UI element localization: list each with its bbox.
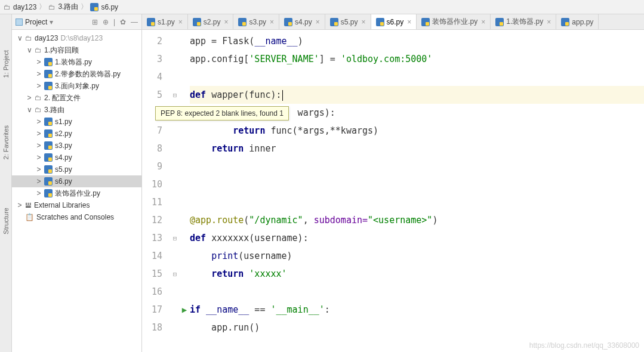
fold-toggle[interactable]: ⊟ [171, 86, 179, 104]
breadcrumb-item[interactable]: s6.py [90, 3, 118, 11]
code-line[interactable] [190, 68, 644, 86]
tree-row[interactable]: ∨🗀3.路由 [12, 104, 141, 116]
code-line[interactable]: def xxxxxxx(username): [190, 229, 644, 247]
fold-toggle[interactable] [171, 140, 179, 158]
run-gutter[interactable]: ▶ [179, 30, 190, 352]
fold-toggle[interactable] [171, 301, 179, 319]
tree-row[interactable]: 📋Scratches and Consoles [12, 211, 141, 223]
fold-toggle[interactable] [171, 122, 179, 140]
chevron-icon[interactable]: ∨ [26, 106, 32, 114]
code-line[interactable] [190, 175, 644, 193]
chevron-icon[interactable]: > [36, 189, 42, 197]
editor-tab[interactable]: s6.py× [371, 14, 417, 30]
chevron-icon[interactable]: > [26, 94, 32, 102]
breadcrumb-item[interactable]: 🗀3.路由 [48, 2, 78, 12]
close-icon[interactable]: × [362, 18, 366, 26]
run-icon[interactable]: ▶ [182, 305, 187, 314]
close-icon[interactable]: × [270, 18, 274, 26]
chevron-icon[interactable]: > [36, 58, 42, 66]
fold-gutter[interactable]: ⊟⊟⊟⊟ [171, 30, 179, 352]
code-line[interactable]: app.run() [190, 319, 644, 336]
code-line[interactable]: def wapper(func): [190, 86, 644, 104]
tree-row[interactable]: >s2.py [12, 128, 141, 140]
fold-toggle[interactable]: ⊟ [171, 265, 179, 283]
code-content[interactable]: app = Flask(__name__)app.config['SERVER_… [190, 30, 644, 352]
tree-row[interactable]: >s5.py [12, 163, 141, 175]
close-icon[interactable]: × [407, 18, 411, 26]
fold-toggle[interactable] [171, 32, 179, 50]
panel-tool-button[interactable]: ✿ [120, 18, 126, 26]
code-line[interactable]: return 'xxxxx' [190, 265, 644, 283]
project-tree[interactable]: ∨🗀day123 D:\s8\day123∨🗀1.内容回顾>1.装饰器.py>2… [12, 30, 141, 226]
tree-row[interactable]: >s3.py [12, 140, 141, 152]
chevron-icon[interactable]: > [36, 141, 42, 150]
code-line[interactable]: print(username) [190, 247, 644, 265]
editor-tab[interactable]: app.py [556, 14, 599, 29]
tree-row[interactable]: ∨🗀1.内容回顾 [12, 44, 141, 56]
code-line[interactable]: return inner [190, 140, 644, 158]
tool-window-tab[interactable]: 2: Favorites [2, 125, 10, 159]
code-line[interactable]: @app.route("/dynamic", subdomain="<usern… [190, 211, 644, 229]
fold-toggle[interactable]: ⊟ [171, 229, 179, 247]
chevron-icon[interactable]: > [17, 201, 23, 209]
panel-tool-button[interactable]: | [113, 18, 115, 26]
chevron-icon[interactable]: > [36, 153, 42, 162]
tree-row[interactable]: >1.装饰器.py [12, 56, 141, 68]
editor-tab[interactable]: s4.py× [279, 14, 325, 29]
tree-row[interactable]: >🗀2. 配置文件 [12, 92, 141, 104]
tree-row[interactable]: >s1.py [12, 116, 141, 128]
fold-toggle[interactable] [171, 50, 179, 68]
chevron-icon[interactable]: > [36, 177, 42, 186]
close-icon[interactable]: × [178, 18, 183, 26]
chevron-icon[interactable]: > [36, 165, 42, 174]
dropdown-icon[interactable]: ▾ [50, 18, 53, 26]
tool-window-tab[interactable]: Structure [2, 208, 10, 234]
code-line[interactable] [190, 283, 644, 301]
editor-tab[interactable]: s1.py× [142, 14, 188, 29]
editor-tab[interactable]: s2.py× [188, 14, 234, 29]
chevron-icon[interactable]: > [36, 118, 42, 126]
fold-toggle[interactable] [171, 68, 179, 86]
panel-tool-button[interactable]: — [131, 18, 138, 26]
tree-row[interactable]: >3.面向对象.py [12, 80, 141, 92]
tool-window-tabs: 1: Project2: FavoritesStructure [0, 14, 12, 352]
editor-tab[interactable]: s3.py× [233, 14, 279, 29]
code-line[interactable]: app.config['SERVER_NAME'] = 'oldboy.com:… [190, 50, 644, 68]
editor-tab[interactable]: 装饰器作业.py× [417, 14, 491, 29]
fold-toggle[interactable] [171, 319, 179, 336]
text-cursor [282, 90, 283, 101]
code-line[interactable] [190, 193, 644, 211]
editor-tab[interactable]: 1.装饰器.py× [491, 14, 556, 29]
fold-toggle[interactable] [171, 283, 179, 301]
close-icon[interactable]: × [224, 18, 228, 26]
code-line[interactable]: return func(*args,**kwargs) [190, 122, 644, 140]
panel-tool-button[interactable]: ⊞ [92, 18, 98, 26]
tree-row[interactable]: >s6.py [12, 175, 141, 187]
chevron-icon[interactable]: ∨ [26, 46, 32, 54]
chevron-icon[interactable]: > [36, 129, 42, 138]
close-icon[interactable]: × [547, 18, 551, 26]
close-icon[interactable]: × [316, 18, 320, 26]
fold-toggle[interactable] [171, 193, 179, 211]
chevron-icon[interactable]: ∨ [17, 34, 23, 42]
close-icon[interactable]: × [481, 18, 485, 26]
code-line[interactable]: app = Flask(__name__) [190, 32, 644, 50]
tree-row[interactable]: >装饰器作业.py [12, 187, 141, 199]
panel-tool-button[interactable]: ⊕ [103, 18, 109, 26]
breadcrumb-item[interactable]: 🗀day123 [4, 3, 36, 11]
tool-window-tab[interactable]: 1: Project [2, 50, 10, 78]
fold-toggle[interactable] [171, 211, 179, 229]
tree-row[interactable]: >s4.py [12, 152, 141, 163]
tree-row[interactable]: >𝍎External Libraries [12, 199, 141, 211]
chevron-icon[interactable]: > [36, 82, 42, 90]
fold-toggle[interactable] [171, 158, 179, 175]
tree-row[interactable]: ∨🗀day123 D:\s8\day123 [12, 32, 141, 44]
chevron-icon[interactable]: > [36, 70, 42, 78]
code-line[interactable]: if __name__ == '__main__': [190, 301, 644, 319]
editor-tab[interactable]: s5.py× [325, 14, 371, 29]
code-editor[interactable]: 23456789101112131415161718 ⊟⊟⊟⊟ ▶ app = … [142, 30, 644, 352]
fold-toggle[interactable] [171, 175, 179, 193]
tree-row[interactable]: >2.带参数的装饰器.py [12, 68, 141, 80]
fold-toggle[interactable] [171, 247, 179, 265]
code-line[interactable] [190, 158, 644, 175]
